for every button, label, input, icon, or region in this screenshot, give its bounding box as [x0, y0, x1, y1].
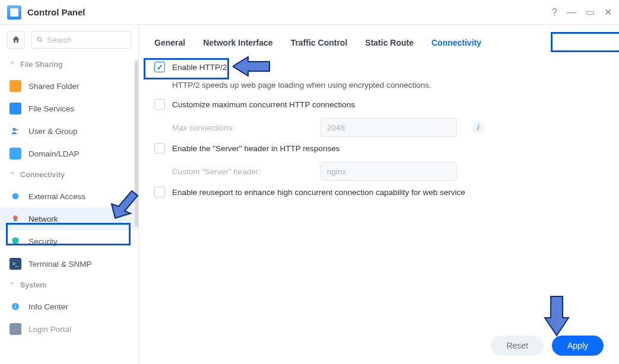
apply-button[interactable]: Apply — [552, 336, 604, 356]
section-system[interactable]: ⌃ System — [0, 275, 138, 295]
sidebar-item-label: Domain/LDAP — [28, 149, 80, 158]
svg-point-3 — [16, 129, 18, 131]
sidebar: ⌃ File Sharing Shared Folder File Servic… — [0, 25, 139, 364]
help-http2: HTTP/2 speeds up web page loading when u… — [172, 81, 604, 90]
tab-static-route[interactable]: Static Route — [365, 36, 414, 50]
section-file-sharing[interactable]: ⌃ File Sharing — [0, 55, 138, 75]
sidebar-item-label: User & Group — [28, 127, 78, 136]
section-label: Connectivity — [20, 171, 65, 179]
file-services-icon — [9, 103, 21, 114]
sidebar-item-label: External Access — [28, 192, 85, 201]
sidebar-item-label: Security — [28, 237, 58, 246]
window-title: Control Panel — [27, 7, 552, 17]
svg-text:i: i — [15, 304, 16, 309]
svg-point-4 — [12, 193, 19, 200]
section-label: System — [20, 281, 46, 289]
help-icon[interactable]: ? — [552, 8, 557, 17]
sidebar-item-external-access[interactable]: External Access — [0, 185, 138, 207]
tabs: General Network Interface Traffic Contro… — [139, 25, 619, 57]
app-icon — [7, 5, 21, 20]
svg-text:>_: >_ — [12, 261, 19, 267]
label-server-header: Enable the "Server" header in HTTP respo… — [172, 144, 340, 153]
sidebar-item-login-portal[interactable]: Login Portal — [0, 318, 138, 340]
sidebar-item-shared-folder[interactable]: Shared Folder — [0, 75, 138, 97]
maximize-icon[interactable]: ▭ — [586, 8, 595, 17]
chevron-up-icon: ⌃ — [9, 281, 15, 289]
checkbox-customize-max[interactable] — [154, 99, 165, 110]
sidebar-item-terminal-snmp[interactable]: >_ Terminal & SNMP — [0, 253, 138, 275]
network-icon — [9, 213, 21, 225]
sidebar-item-label: Info Center — [28, 302, 68, 311]
external-access-icon — [9, 190, 21, 202]
sidebar-item-domain-ldap[interactable]: Domain/LDAP — [0, 142, 138, 165]
search-input[interactable] — [47, 36, 126, 44]
domain-ldap-icon — [9, 148, 21, 159]
sidebar-item-user-group[interactable]: User & Group — [0, 120, 138, 142]
home-button[interactable] — [7, 31, 25, 49]
svg-line-1 — [41, 41, 43, 43]
info-icon[interactable]: i — [472, 122, 484, 133]
label-reuseport: Enable reuseport to enhance high concurr… — [172, 188, 465, 197]
search-icon — [36, 36, 43, 44]
scrollbar[interactable] — [135, 60, 138, 226]
chevron-up-icon: ⌃ — [9, 60, 15, 69]
svg-rect-5 — [14, 219, 17, 221]
main-panel: General Network Interface Traffic Contro… — [139, 25, 619, 364]
label-customize-max: Customize maximum concurrent HTTP connec… — [172, 100, 355, 109]
svg-point-0 — [37, 37, 41, 41]
sidebar-item-network[interactable]: Network — [0, 207, 138, 230]
sidebar-item-label: File Services — [28, 104, 74, 113]
reset-button[interactable]: Reset — [491, 336, 544, 356]
tab-network-interface[interactable]: Network Interface — [203, 36, 272, 50]
input-custom-server — [320, 162, 457, 181]
terminal-icon: >_ — [9, 258, 21, 270]
section-connectivity[interactable]: ⌃ Connectivity — [0, 165, 138, 185]
folder-icon — [9, 80, 21, 92]
tab-connectivity[interactable]: Connectivity — [431, 36, 481, 50]
checkbox-server-header[interactable] — [154, 143, 165, 154]
shield-icon — [9, 235, 21, 247]
sidebar-item-label: Network — [28, 215, 58, 223]
minimize-icon[interactable]: — — [567, 8, 576, 17]
sidebar-item-file-services[interactable]: File Services — [0, 97, 138, 120]
input-max-connections — [320, 118, 457, 137]
sidebar-item-security[interactable]: Security — [0, 230, 138, 253]
svg-point-2 — [12, 128, 15, 131]
info-icon: i — [9, 301, 21, 312]
titlebar: Control Panel ? — ▭ ✕ — [0, 0, 619, 25]
chevron-up-icon: ⌃ — [9, 171, 15, 179]
sidebar-item-info-center[interactable]: i Info Center — [0, 295, 138, 318]
label-custom-server: Custom "Server" header: — [172, 167, 309, 176]
checkbox-reuseport[interactable] — [154, 187, 165, 197]
sidebar-item-label: Terminal & SNMP — [28, 260, 92, 269]
close-icon[interactable]: ✕ — [604, 8, 612, 17]
checkbox-enable-http2[interactable] — [154, 62, 165, 72]
sidebar-item-label: Shared Folder — [28, 82, 80, 91]
tab-general[interactable]: General — [154, 36, 185, 50]
search-box[interactable] — [31, 31, 131, 49]
section-label: File Sharing — [20, 60, 63, 69]
label-enable-http2: Enable HTTP/2 — [172, 63, 227, 72]
login-portal-icon — [9, 323, 21, 335]
tab-traffic-control[interactable]: Traffic Control — [291, 36, 348, 50]
user-group-icon — [9, 125, 21, 137]
sidebar-item-label: Login Portal — [28, 325, 71, 334]
label-max-connections: Max connections: — [172, 123, 309, 132]
